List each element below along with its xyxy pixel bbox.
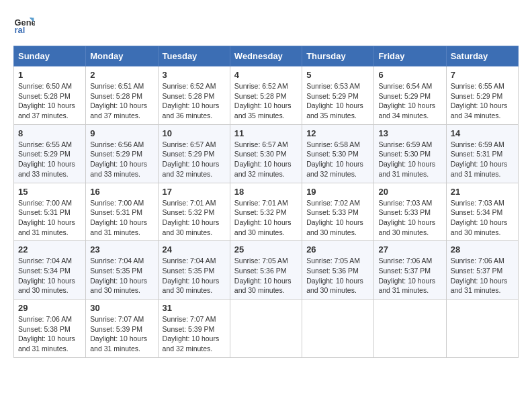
day-info: Sunrise: 7:07 AMSunset: 5:39 PMDaylight:… <box>163 315 220 353</box>
day-info: Sunrise: 6:52 AMSunset: 5:28 PMDaylight:… <box>163 82 220 120</box>
day-info: Sunrise: 6:54 AMSunset: 5:29 PMDaylight:… <box>378 82 435 120</box>
day-cell: 10 Sunrise: 6:57 AMSunset: 5:29 PMDaylig… <box>158 124 230 183</box>
day-number: 14 <box>451 128 514 138</box>
day-number: 17 <box>163 187 226 197</box>
day-number: 4 <box>234 70 298 80</box>
day-number: 15 <box>18 187 81 197</box>
day-info: Sunrise: 6:50 AMSunset: 5:28 PMDaylight:… <box>18 82 75 120</box>
day-number: 22 <box>18 244 81 255</box>
day-info: Sunrise: 7:04 AMSunset: 5:35 PMDaylight:… <box>90 257 147 294</box>
day-number: 6 <box>378 70 441 80</box>
day-info: Sunrise: 7:07 AMSunset: 5:39 PMDaylight:… <box>90 315 147 353</box>
day-info: Sunrise: 7:01 AMSunset: 5:32 PMDaylight:… <box>234 199 292 236</box>
day-cell: 25 Sunrise: 7:05 AMSunset: 5:36 PMDaylig… <box>230 241 302 300</box>
day-number: 24 <box>163 244 226 255</box>
day-number: 8 <box>18 128 81 138</box>
day-number: 2 <box>90 70 153 80</box>
day-cell: 26 Sunrise: 7:05 AMSunset: 5:36 PMDaylig… <box>302 241 374 300</box>
day-cell: 6 Sunrise: 6:54 AMSunset: 5:29 PMDayligh… <box>374 66 446 125</box>
day-cell: 11 Sunrise: 6:57 AMSunset: 5:30 PMDaylig… <box>230 124 302 183</box>
day-number: 27 <box>378 244 441 255</box>
day-number: 23 <box>90 244 153 255</box>
day-info: Sunrise: 7:03 AMSunset: 5:33 PMDaylight:… <box>378 199 435 236</box>
day-number: 20 <box>378 187 441 197</box>
day-cell: 30 Sunrise: 7:07 AMSunset: 5:39 PMDaylig… <box>86 300 158 358</box>
day-cell: 14 Sunrise: 6:59 AMSunset: 5:31 PMDaylig… <box>446 124 518 183</box>
day-number: 26 <box>306 244 369 255</box>
day-info: Sunrise: 6:58 AMSunset: 5:30 PMDaylight:… <box>306 140 363 178</box>
day-number: 7 <box>451 70 514 80</box>
day-cell: 23 Sunrise: 7:04 AMSunset: 5:35 PMDaylig… <box>86 241 158 300</box>
day-info: Sunrise: 7:03 AMSunset: 5:34 PMDaylight:… <box>451 199 508 236</box>
day-info: Sunrise: 7:05 AMSunset: 5:36 PMDaylight:… <box>234 257 292 294</box>
week-row-1: 1 Sunrise: 6:50 AMSunset: 5:28 PMDayligh… <box>14 66 519 125</box>
day-info: Sunrise: 7:00 AMSunset: 5:31 PMDaylight:… <box>90 199 147 236</box>
svg-text:ral: ral <box>15 25 26 35</box>
day-cell: 18 Sunrise: 7:01 AMSunset: 5:32 PMDaylig… <box>230 183 302 241</box>
header-friday: Friday <box>374 46 446 66</box>
day-cell: 3 Sunrise: 6:52 AMSunset: 5:28 PMDayligh… <box>158 66 230 125</box>
day-info: Sunrise: 6:52 AMSunset: 5:28 PMDaylight:… <box>234 82 292 120</box>
header-tuesday: Tuesday <box>158 46 230 66</box>
day-info: Sunrise: 6:51 AMSunset: 5:28 PMDaylight:… <box>90 82 147 120</box>
calendar: SundayMondayTuesdayWednesdayThursdayFrid… <box>13 46 519 358</box>
day-cell: 28 Sunrise: 7:06 AMSunset: 5:37 PMDaylig… <box>446 241 518 300</box>
day-cell: 8 Sunrise: 6:55 AMSunset: 5:29 PMDayligh… <box>14 124 86 183</box>
day-cell: 9 Sunrise: 6:56 AMSunset: 5:29 PMDayligh… <box>86 124 158 183</box>
day-number: 5 <box>306 70 369 80</box>
day-info: Sunrise: 7:06 AMSunset: 5:37 PMDaylight:… <box>378 257 435 294</box>
day-number: 21 <box>451 187 514 197</box>
day-cell: 12 Sunrise: 6:58 AMSunset: 5:30 PMDaylig… <box>302 124 374 183</box>
day-info: Sunrise: 6:56 AMSunset: 5:29 PMDaylight:… <box>90 140 147 178</box>
day-cell: 27 Sunrise: 7:06 AMSunset: 5:37 PMDaylig… <box>374 241 446 300</box>
day-number: 16 <box>90 187 153 197</box>
day-number: 19 <box>306 187 369 197</box>
day-number: 10 <box>163 128 226 138</box>
day-info: Sunrise: 6:57 AMSunset: 5:29 PMDaylight:… <box>163 140 220 178</box>
header: Gene ral <box>13 13 519 35</box>
day-info: Sunrise: 7:02 AMSunset: 5:33 PMDaylight:… <box>306 199 363 236</box>
day-cell: 4 Sunrise: 6:52 AMSunset: 5:28 PMDayligh… <box>230 66 302 125</box>
logo: Gene ral <box>13 13 38 35</box>
day-cell: 15 Sunrise: 7:00 AMSunset: 5:31 PMDaylig… <box>14 183 86 241</box>
day-cell: 7 Sunrise: 6:55 AMSunset: 5:29 PMDayligh… <box>446 66 518 125</box>
header-saturday: Saturday <box>446 46 518 66</box>
day-number: 13 <box>378 128 441 138</box>
day-number: 25 <box>234 244 298 255</box>
day-info: Sunrise: 7:06 AMSunset: 5:38 PMDaylight:… <box>18 315 75 353</box>
day-info: Sunrise: 6:59 AMSunset: 5:31 PMDaylight:… <box>451 140 508 178</box>
day-number: 12 <box>306 128 369 138</box>
day-info: Sunrise: 7:06 AMSunset: 5:37 PMDaylight:… <box>451 257 508 294</box>
day-info: Sunrise: 6:59 AMSunset: 5:30 PMDaylight:… <box>378 140 435 178</box>
day-cell <box>302 300 374 358</box>
day-cell: 24 Sunrise: 7:04 AMSunset: 5:35 PMDaylig… <box>158 241 230 300</box>
day-info: Sunrise: 7:00 AMSunset: 5:31 PMDaylight:… <box>18 199 75 236</box>
day-number: 3 <box>163 70 226 80</box>
calendar-header-row: SundayMondayTuesdayWednesdayThursdayFrid… <box>14 46 519 66</box>
day-number: 9 <box>90 128 153 138</box>
day-info: Sunrise: 7:04 AMSunset: 5:34 PMDaylight:… <box>18 257 75 294</box>
day-cell: 13 Sunrise: 6:59 AMSunset: 5:30 PMDaylig… <box>374 124 446 183</box>
day-cell: 16 Sunrise: 7:00 AMSunset: 5:31 PMDaylig… <box>86 183 158 241</box>
day-cell: 17 Sunrise: 7:01 AMSunset: 5:32 PMDaylig… <box>158 183 230 241</box>
day-info: Sunrise: 6:57 AMSunset: 5:30 PMDaylight:… <box>234 140 292 178</box>
day-number: 30 <box>90 303 153 313</box>
week-row-4: 22 Sunrise: 7:04 AMSunset: 5:34 PMDaylig… <box>14 241 519 300</box>
week-row-3: 15 Sunrise: 7:00 AMSunset: 5:31 PMDaylig… <box>14 183 519 241</box>
day-number: 1 <box>18 70 81 80</box>
header-monday: Monday <box>86 46 158 66</box>
day-number: 11 <box>234 128 298 138</box>
header-wednesday: Wednesday <box>230 46 302 66</box>
day-cell: 31 Sunrise: 7:07 AMSunset: 5:39 PMDaylig… <box>158 300 230 358</box>
day-cell <box>446 300 518 358</box>
header-thursday: Thursday <box>302 46 374 66</box>
day-number: 29 <box>18 303 81 313</box>
day-cell: 1 Sunrise: 6:50 AMSunset: 5:28 PMDayligh… <box>14 66 86 125</box>
day-cell <box>374 300 446 358</box>
header-sunday: Sunday <box>14 46 86 66</box>
day-cell: 19 Sunrise: 7:02 AMSunset: 5:33 PMDaylig… <box>302 183 374 241</box>
day-cell <box>230 300 302 358</box>
day-info: Sunrise: 7:04 AMSunset: 5:35 PMDaylight:… <box>163 257 220 294</box>
day-cell: 21 Sunrise: 7:03 AMSunset: 5:34 PMDaylig… <box>446 183 518 241</box>
day-number: 18 <box>234 187 298 197</box>
